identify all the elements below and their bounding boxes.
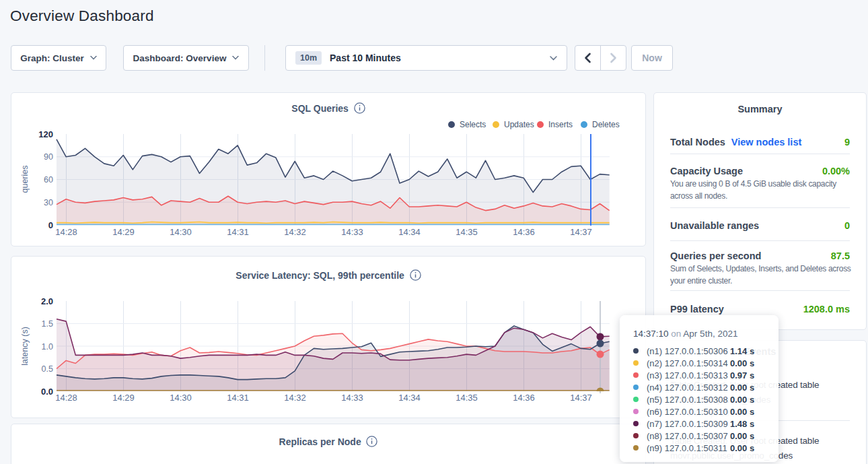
svg-text:14:32: 14:32 (284, 393, 306, 403)
svg-text:14:37: 14:37 (570, 227, 592, 237)
svg-text:0.0: 0.0 (41, 387, 53, 397)
svg-text:1.5: 1.5 (42, 319, 53, 329)
svg-text:14:35: 14:35 (456, 393, 478, 403)
svg-text:14:36: 14:36 (513, 393, 535, 403)
svg-text:1.0: 1.0 (42, 342, 53, 352)
svg-text:14:33: 14:33 (341, 227, 363, 237)
svg-text:queries: queries (20, 166, 30, 193)
svg-text:14:34: 14:34 (398, 227, 421, 237)
svg-text:14:34: 14:34 (398, 393, 421, 403)
svg-text:0.5: 0.5 (42, 364, 53, 374)
svg-text:14:36: 14:36 (513, 227, 535, 237)
svg-text:14:35: 14:35 (456, 227, 478, 237)
svg-text:latency (s): latency (s) (20, 327, 30, 366)
svg-text:2.0: 2.0 (41, 296, 53, 306)
svg-text:14:28: 14:28 (55, 227, 77, 237)
svg-text:14:32: 14:32 (284, 227, 306, 237)
svg-text:14:31: 14:31 (227, 393, 249, 403)
svg-text:14:30: 14:30 (170, 393, 192, 403)
svg-text:14:29: 14:29 (112, 393, 135, 403)
svg-text:90: 90 (44, 152, 53, 162)
svg-text:14:29: 14:29 (112, 227, 135, 237)
svg-text:0: 0 (48, 220, 53, 230)
svg-text:14:33: 14:33 (341, 393, 363, 403)
svg-text:14:37: 14:37 (570, 393, 592, 403)
svg-text:120: 120 (38, 129, 53, 139)
svg-text:60: 60 (44, 175, 53, 185)
svg-text:30: 30 (44, 198, 53, 207)
svg-text:14:31: 14:31 (227, 227, 249, 237)
svg-text:14:28: 14:28 (55, 393, 77, 403)
svg-text:14:30: 14:30 (170, 227, 192, 237)
